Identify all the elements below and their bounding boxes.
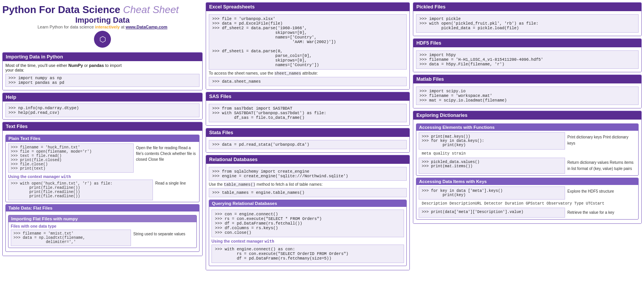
sas-section: SAS Files >>> from sas7bdat import SAS7B… (206, 92, 410, 126)
items-keys-list: Description DescriptionURL Detector Dura… (419, 200, 636, 208)
tagline-text: Learn Python for data science (37, 25, 94, 29)
matlab-body: >>> import scipy.io >>> filename = 'work… (413, 83, 641, 108)
excel-code1: >>> file = 'urbanpop.xlsx' >>> data = pd… (209, 14, 407, 70)
querying-code: >>> con = engine.connect() >>> rs = con.… (211, 210, 404, 237)
page-container: Python For Data Science Cheat Sheet Impo… (0, 0, 644, 273)
relational-code2: >>> table_names = engine.table_names() (209, 188, 407, 197)
accessing-functions-body: >>> print(mat.keys()) >>> for key in dat… (416, 131, 638, 175)
hdf5-body: >>> import h5py >>> filename = 'H-H1_LOS… (413, 47, 641, 72)
importing-flat-numpy-subsection: Importing Flat Files with numpy Files wi… (8, 215, 197, 248)
querying-subsection: Querying Relational Databases >>> con = … (209, 200, 407, 266)
values-row: >>> pickled_data.values() >>> print(mat.… (419, 158, 636, 174)
pickled-header: Pickled Files (413, 3, 641, 11)
hdf5-section: HDF5 Files >>> import h5py >>> filename … (413, 38, 642, 72)
plain-text-desc: Open the file for reading Read a file's … (135, 143, 197, 173)
files-one-type-label: Files with one data type (11, 224, 194, 228)
keys-list: meta quality strain (419, 150, 636, 158)
querying-header: Querying Relational Databases (209, 200, 406, 207)
exploring-section: Exploring Dictionaries Accessing Element… (413, 111, 642, 224)
values-desc: Return dictionary values Returns items i… (567, 158, 636, 174)
excel-note: To access the sheet names, use the sheet… (209, 71, 407, 76)
flat-files-subsection: Table Data: Flat Files Importing Flat Fi… (5, 204, 200, 252)
tagline-at: at (121, 25, 126, 29)
plain-text-header: Plain Text Files (6, 135, 199, 142)
datacamp-logo: ⬡ (94, 31, 111, 48)
files-one-type-desc: String used to separate values (132, 230, 194, 246)
hdf5-code: >>> import h5py >>> filename = 'H-H1_LOS… (416, 50, 639, 69)
sas-code: >>> from sas7bdat import SAS7BDAT >>> wi… (209, 104, 407, 122)
functions-desc: Print dictionary keys Print dictionary k… (567, 132, 636, 150)
exploring-header: Exploring Dictionaries (413, 111, 641, 120)
matlab-code: >>> import scipy.io >>> filename = 'work… (416, 87, 639, 105)
tagline-link1[interactable]: interactively (95, 25, 120, 29)
title-italic: Cheat Sheet (123, 4, 179, 15)
relational-header: Relational Databases (206, 155, 409, 164)
plain-text-code: >>> filename = 'huck_finn.txt' >>> file … (8, 143, 134, 173)
left-column: Python For Data Science Cheat Sheet Impo… (2, 2, 203, 270)
context-desc: Read a single line (154, 180, 197, 200)
help-section: Help >>> np.info(np.ndarray.dtype) >>> h… (2, 93, 203, 120)
excel-body: >>> file = 'urbanpop.xlsx' >>> data = pd… (206, 11, 409, 89)
importing-flat-numpy-body: Files with one data type >>> filename = … (8, 222, 196, 248)
excel-section: Excel Spreadsheets >>> file = 'urbanpop.… (206, 2, 410, 90)
relational-code1: >>> from sqlalchemy import create_engine… (209, 167, 407, 181)
querying-context-code: >>> with engine.connect() as con: rs = c… (211, 245, 404, 263)
subtitle: Importing Data (2, 16, 203, 25)
matlab-header: Matlab Files (413, 75, 641, 83)
context-label: Using the context manager with (8, 174, 197, 179)
retrieve-code: >>> print(data['meta']['Description'].va… (419, 208, 565, 218)
importing-header: Importing Data in Python (3, 53, 202, 61)
text-files-section: Text Files Plain Text Files >>> filename… (2, 122, 203, 256)
mid-column: Excel Spreadsheets >>> file = 'urbanpop.… (206, 2, 410, 270)
main-header: Python For Data Science Cheat Sheet Impo… (2, 2, 203, 50)
flat-files-header: Table Data: Flat Files (6, 205, 199, 211)
accessing-items-header: Accessing Data Items with Keys (416, 178, 638, 185)
items-row1: >>> for key in data ['meta'].keys() prin… (419, 186, 636, 200)
items-code: >>> for key in data ['meta'].keys() prin… (419, 186, 565, 200)
querying-body: >>> con = engine.connect() >>> rs = con.… (209, 207, 406, 266)
relational-body: >>> from sqlalchemy import create_engine… (206, 164, 409, 270)
items-desc: Explore the HDF5 structure (567, 186, 636, 200)
importing-flat-numpy-header: Importing Flat Files with numpy (8, 215, 196, 222)
excel-header: Excel Spreadsheets (206, 3, 409, 11)
sas-header: SAS Files (206, 92, 409, 101)
title-bold: Python For Data Science (2, 4, 120, 15)
importing-body: Most of the time, you'll use either NumP… (3, 61, 202, 90)
text-files-header: Text Files (3, 122, 202, 131)
hdf5-header: HDF5 Files (413, 39, 641, 47)
plain-text-two-col: >>> filename = 'huck_finn.txt' >>> file … (8, 143, 197, 173)
excel-code2: >>> data.sheet_names (209, 77, 407, 86)
relational-note: Use the table_names() method to fetch a … (209, 182, 407, 187)
help-header: Help (3, 93, 202, 102)
importing-text: Most of the time, you'll use either NumP… (5, 63, 200, 72)
help-body: >>> np.info(np.ndarray.dtype) >>> help(p… (3, 102, 202, 119)
pickled-section: Pickled Files >>> import pickle >>> with… (413, 2, 642, 36)
importing-section: Importing Data in Python Most of the tim… (2, 52, 203, 90)
relational-section: Relational Databases >>> from sqlalchemy… (206, 155, 410, 270)
stata-code: >>> data = pd.read_stata('urbanpop.dta') (209, 140, 407, 149)
retrieve-desc: Retrieve the value for a key (567, 208, 636, 218)
tagline: Learn Python for data science interactiv… (2, 25, 203, 29)
functions-code: >>> print(mat.keys()) >>> for key in dat… (419, 132, 565, 150)
plain-text-subsection: Plain Text Files >>> filename = 'huck_fi… (5, 135, 200, 202)
tagline-link2[interactable]: www.DataCamp.com (126, 25, 167, 29)
plain-text-body: >>> filename = 'huck_finn.txt' >>> file … (6, 142, 199, 202)
context-row: >>> with open('huck_finn.txt', 'r') as f… (8, 180, 197, 200)
importing-code: >>> import numpy as np >>> import pandas… (5, 74, 200, 87)
pickled-code: >>> import pickle >>> with open('pickled… (416, 14, 639, 33)
retrieve-row: >>> print(data['meta']['Description'].va… (419, 208, 636, 218)
matlab-section: Matlab Files >>> import scipy.io >>> fil… (413, 75, 642, 108)
values-code: >>> pickled_data.values() >>> print(mat.… (419, 158, 565, 174)
files-one-type-code: >>> filename = 'mnist.txt' >>> data = np… (11, 230, 131, 246)
text-files-body: Plain Text Files >>> filename = 'huck_fi… (3, 131, 202, 256)
accessing-functions-subsection: Accessing Elements with Functions >>> pr… (416, 123, 639, 176)
exploring-body: Accessing Elements with Functions >>> pr… (413, 120, 641, 223)
stata-body: >>> data = pd.read_stata('urbanpop.dta') (206, 137, 409, 152)
flat-files-body: Importing Flat Files with numpy Files wi… (6, 211, 199, 251)
logo-area: ⬡ (2, 31, 203, 48)
stata-section: Stata Files >>> data = pd.read_stata('ur… (206, 128, 410, 153)
help-code: >>> np.info(np.ndarray.dtype) >>> help(p… (5, 103, 200, 117)
accessing-functions-header: Accessing Elements with Functions (416, 124, 638, 131)
context-code: >>> with open('huck_finn.txt', 'r') as f… (8, 180, 153, 200)
querying-context-label: Using the context manager with (211, 239, 404, 243)
